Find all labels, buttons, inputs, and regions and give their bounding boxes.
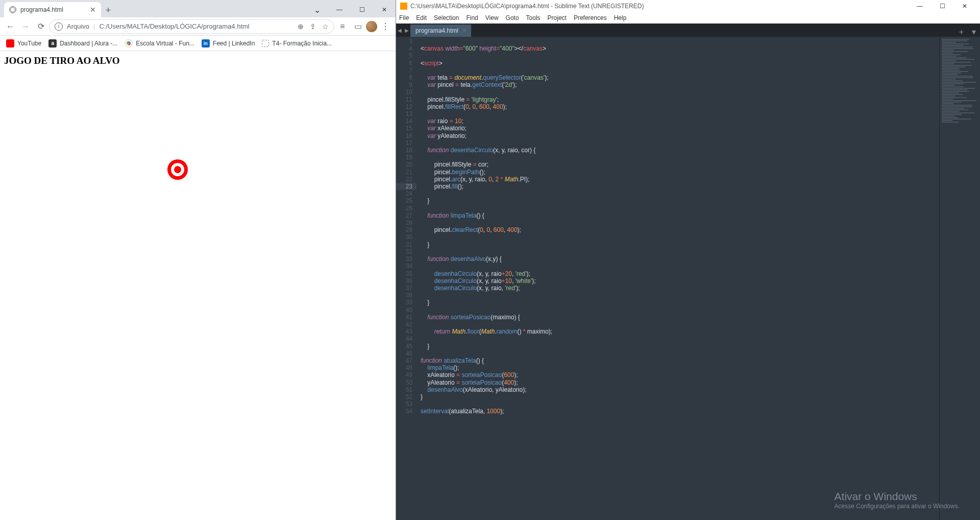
maximize-button[interactable]: ☐ — [351, 2, 373, 17]
menu-item-selection[interactable]: Selection — [434, 14, 459, 21]
menu-item-tools[interactable]: Tools — [526, 14, 541, 21]
chrome-titlebar: programa4.html ✕ + ⌄ — ☐ ✕ — [0, 0, 396, 17]
new-file-button[interactable]: + — [955, 28, 968, 37]
star-icon[interactable]: ☆ — [322, 22, 329, 31]
back-button[interactable]: ← — [3, 19, 17, 34]
target-inner-ring — [174, 166, 181, 173]
menu-item-goto[interactable]: Goto — [506, 14, 519, 21]
windows-activation-watermark: Ativar o Windows Acesse Configurações pa… — [835, 490, 960, 510]
window-controls: ⌄ — ☐ ✕ — [306, 2, 396, 17]
bookmark-label: Escola Virtual - Fun... — [136, 40, 194, 47]
share-icon[interactable]: ⇪ — [310, 22, 316, 31]
page-viewport: JOGO DE TIRO AO ALVO — [0, 51, 396, 520]
page-title: JOGO DE TIRO AO ALVO — [4, 55, 391, 66]
tab-scroll-right-icon[interactable]: ▶ — [403, 23, 410, 37]
sublime-titlebar: C:\Users\MALTA\Desktop\LÓGICA\programa4.… — [396, 0, 980, 12]
browser-toolbar: ← → ⟳ i Arquivo | C:/Users/MALTA/Desktop… — [0, 17, 396, 36]
reload-button[interactable]: ⟳ — [34, 19, 48, 34]
minimize-button[interactable]: — — [909, 3, 931, 10]
bookmark-icon — [6, 39, 14, 48]
sublime-title: C:\Users\MALTA\Desktop\LÓGICA\programa4.… — [410, 3, 644, 10]
bookmark-item[interactable]: Escola Virtual - Fun... — [125, 39, 194, 48]
globe-icon — [9, 6, 16, 13]
menu-item-find[interactable]: Find — [466, 14, 478, 21]
bookmark-icon — [125, 39, 133, 48]
minimap[interactable] — [939, 37, 980, 520]
omnibox-url: C:/Users/MALTA/Desktop/LÓGICA/programa4.… — [99, 22, 249, 30]
address-bar[interactable]: i Arquivo | C:/Users/MALTA/Desktop/LÓGIC… — [49, 19, 334, 34]
bookmark-item[interactable]: aDashboard | Alura -... — [48, 39, 117, 48]
omnibox-prefix: Arquivo — [67, 22, 89, 30]
tab-scroll-left-icon[interactable]: ◀ — [396, 23, 403, 37]
sublime-menubar: FileEditSelectionFindViewGotoToolsProjec… — [396, 12, 980, 23]
menu-item-view[interactable]: View — [485, 14, 499, 21]
menu-item-preferences[interactable]: Preferences — [574, 14, 607, 21]
menu-item-project[interactable]: Project — [548, 14, 567, 21]
maximize-button[interactable]: ☐ — [931, 3, 953, 10]
sublime-logo-icon — [400, 3, 407, 10]
bookmark-item[interactable]: YouTube — [6, 39, 41, 48]
tab-title: programa4.html — [20, 6, 63, 13]
chrome-window: programa4.html ✕ + ⌄ — ☐ ✕ ← → ⟳ i Arqui… — [0, 0, 396, 520]
site-info-icon[interactable]: i — [55, 22, 63, 31]
bookmark-label: T4- Formação Inicia... — [272, 40, 332, 47]
bookmark-label: Dashboard | Alura -... — [60, 40, 117, 47]
game-canvas[interactable] — [4, 72, 391, 276]
sublime-window: C:\Users\MALTA\Desktop\LÓGICA\programa4.… — [396, 0, 980, 520]
close-icon[interactable]: ✕ — [90, 6, 96, 14]
close-icon[interactable]: × — [462, 27, 466, 34]
close-window-button[interactable]: ✕ — [953, 3, 976, 10]
editor-tab-label: programa4.html — [415, 27, 458, 34]
browser-tab[interactable]: programa4.html ✕ — [4, 2, 101, 17]
code-area[interactable]: <canvas width="600" height="400"></canva… — [416, 37, 939, 520]
menu-item-file[interactable]: File — [399, 14, 409, 21]
tab-strip: programa4.html ✕ + ⌄ — ☐ ✕ — [0, 0, 396, 17]
line-number-gutter: 3456789101112131415161718192021222324252… — [396, 37, 416, 520]
menu-item-edit[interactable]: Edit — [416, 14, 427, 21]
new-tab-button[interactable]: + — [101, 3, 115, 17]
profile-avatar[interactable] — [366, 21, 377, 32]
watermark-subtitle: Acesse Configurações para ativar o Windo… — [835, 503, 960, 510]
close-window-button[interactable]: ✕ — [373, 2, 396, 17]
bookmark-item[interactable]: T4- Formação Inicia... — [262, 40, 332, 47]
watermark-title: Ativar o Windows — [835, 490, 960, 503]
bookmarks-bar: YouTubeaDashboard | Alura -...Escola Vir… — [0, 36, 396, 51]
sublime-window-controls: — ☐ ✕ — [909, 3, 976, 10]
minimize-button[interactable]: — — [328, 2, 351, 17]
editor-tab[interactable]: programa4.html × — [410, 25, 471, 37]
zoom-icon[interactable]: ⊕ — [298, 22, 304, 31]
bookmark-label: YouTube — [17, 40, 41, 47]
chevron-down-icon[interactable]: ⌄ — [306, 2, 328, 17]
tab-dropdown-icon[interactable]: ▾ — [968, 27, 980, 37]
forward-button[interactable]: → — [18, 19, 33, 34]
bookmark-icon — [262, 40, 269, 47]
sublime-tabstrip: ◀ ▶ programa4.html × + ▾ — [396, 23, 980, 37]
side-panel-icon[interactable]: ▭ — [351, 19, 365, 34]
bookmark-icon: in — [202, 39, 210, 48]
bookmark-item[interactable]: inFeed | LinkedIn — [202, 39, 255, 48]
menu-item-help[interactable]: Help — [614, 14, 627, 21]
chrome-menu-button[interactable]: ⋮ — [378, 19, 393, 34]
bookmark-label: Feed | LinkedIn — [213, 40, 255, 47]
bookmark-icon: a — [48, 39, 57, 48]
code-editor[interactable]: 3456789101112131415161718192021222324252… — [396, 37, 980, 520]
reading-list-icon[interactable]: ≡ — [335, 19, 350, 34]
